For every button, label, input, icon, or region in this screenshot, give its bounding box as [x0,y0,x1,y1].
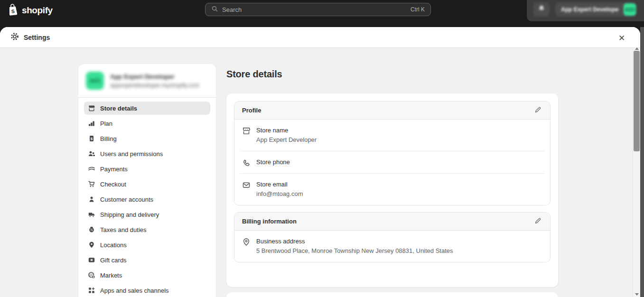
search-placeholder: Search [222,6,407,13]
storefront-icon [242,127,251,135]
pencil-icon [534,106,541,115]
markets-globe-icon: $ [88,271,95,279]
shopify-wordmark: shopify [22,5,53,16]
store-name-value: App Expert Developer [256,135,317,145]
billing-section-body: Business address 5 Brentwood Place, Monr… [234,231,550,262]
shipping-truck-icon [88,211,95,218]
email-icon [242,181,251,189]
page-title: Store details [226,69,282,80]
svg-text:$: $ [93,276,94,278]
notifications-button[interactable] [533,2,550,17]
location-pin-icon [88,241,95,249]
sidebar-item-checkout[interactable]: Checkout [84,177,210,191]
store-info-block: AED App Expert Developer appexpertdevelo… [78,64,216,98]
sidebar-item-label: Payments [100,166,128,173]
plan-icon [88,120,95,127]
sidebar-item-label: Billing [100,135,117,142]
location-pin-icon [242,238,251,246]
store-email-value: info@mtoag.com [256,189,303,199]
sidebar-item-customer-accounts[interactable]: Customer accounts [84,193,210,206]
sidebar-item-taxes-duties[interactable]: Taxes and duties [84,223,210,236]
store-name-label: Store name [256,126,317,135]
store-domain: appexpertdeveloper.myshopify.com [110,82,199,89]
billing-section-header: Billing information [234,213,550,231]
pencil-icon [534,217,541,226]
store-avatar: AED [86,72,104,90]
sidebar-item-label: Taxes and duties [100,226,147,233]
scrollbar-down-arrow-icon[interactable] [633,292,640,297]
search-icon [211,5,218,14]
customer-icon [88,195,95,203]
checkout-cart-icon [88,180,95,188]
billing-section-title: Billing information [242,218,297,225]
edit-billing-button[interactable] [533,216,542,227]
search-input[interactable]: Search Ctrl K [205,3,431,16]
settings-sidebar: AED App Expert Developer appexpertdevelo… [78,64,216,297]
user-menu-button[interactable]: App Expert Developer AED [555,2,637,17]
settings-modal: Settings ✕ AED App Expert Developer appe… [0,27,640,297]
sidebar-item-apps-sales-channels[interactable]: Apps and sales channels [84,284,210,297]
apps-grid-icon [88,287,95,294]
shopify-bag-icon: S [7,3,19,18]
shopify-admin: S shopify Search Ctrl K [0,0,644,297]
business-address-value: 5 Brentwood Place, Monroe Township New J… [256,246,453,256]
sidebar-item-label: Store details [100,105,137,112]
sidebar-item-label: Gift cards [100,257,127,264]
user-menu-label: App Expert Developer [561,6,619,13]
payments-icon [88,165,95,173]
settings-modal-header: Settings ✕ [0,27,640,48]
sidebar-item-label: Customer accounts [100,196,153,203]
store-name-row: Store name App Expert Developer [234,120,550,151]
sidebar-item-label: Locations [100,241,127,249]
sidebar-item-gift-cards[interactable]: Gift cards [84,253,210,267]
settings-nav: Store details Plan [78,98,216,297]
profile-section-body: Store name App Expert Developer Store ph [234,120,550,205]
billing-icon: $ [88,135,95,142]
sidebar-item-store-details[interactable]: Store details [84,102,210,115]
sidebar-item-users-permissions[interactable]: Users and permissions [84,147,210,160]
topbar-right-section: App Expert Developer AED [527,0,644,21]
svg-text:S: S [11,9,15,14]
sidebar-item-billing[interactable]: $ Billing [84,132,210,145]
business-address-label: Business address [256,237,453,246]
store-email-label: Store email [256,180,303,189]
sidebar-item-label: Plan [100,120,112,127]
users-icon [88,150,95,158]
svg-text:$: $ [91,137,93,141]
store-details-card: Profile [226,93,558,287]
sidebar-item-plan[interactable]: Plan [84,117,210,130]
next-card-partial [226,292,558,297]
edit-profile-button[interactable] [533,105,542,116]
profile-section-header: Profile [234,102,550,120]
store-email-row: Store email info@mtoag.com [234,174,550,205]
shopify-logo[interactable]: S shopify [7,3,53,18]
store-name: App Expert Developer [110,73,199,80]
sidebar-item-shipping-delivery[interactable]: Shipping and delivery [84,208,210,221]
business-address-row: Business address 5 Brentwood Place, Monr… [234,231,550,262]
sidebar-item-label: Shipping and delivery [100,211,159,218]
bell-icon [538,5,545,14]
profile-section: Profile [234,101,551,205]
gift-card-icon [88,256,95,264]
sidebar-item-label: Apps and sales channels [100,287,169,294]
user-avatar: AED [624,3,636,16]
sidebar-item-markets[interactable]: $ Markets [84,269,210,282]
sidebar-item-label: Users and permissions [100,150,163,158]
store-phone-label: Store phone [256,158,290,167]
sidebar-item-payments[interactable]: Payments [84,162,210,176]
phone-icon [242,158,251,167]
storefront-icon [88,104,95,112]
sidebar-item-label: Checkout [100,181,126,188]
settings-title: Settings [24,34,50,41]
window-edge [640,27,644,297]
scrollbar[interactable] [633,48,640,297]
taxes-bag-icon [88,226,95,233]
sidebar-item-locations[interactable]: Locations [84,238,210,251]
store-phone-row: Store phone [234,151,550,173]
search-shortcut: Ctrl K [411,6,425,13]
scrollbar-thumb[interactable] [634,51,640,151]
close-settings-button[interactable]: ✕ [616,32,628,44]
gear-icon [10,32,19,43]
billing-information-section: Billing information [234,212,551,262]
profile-section-title: Profile [242,107,261,114]
